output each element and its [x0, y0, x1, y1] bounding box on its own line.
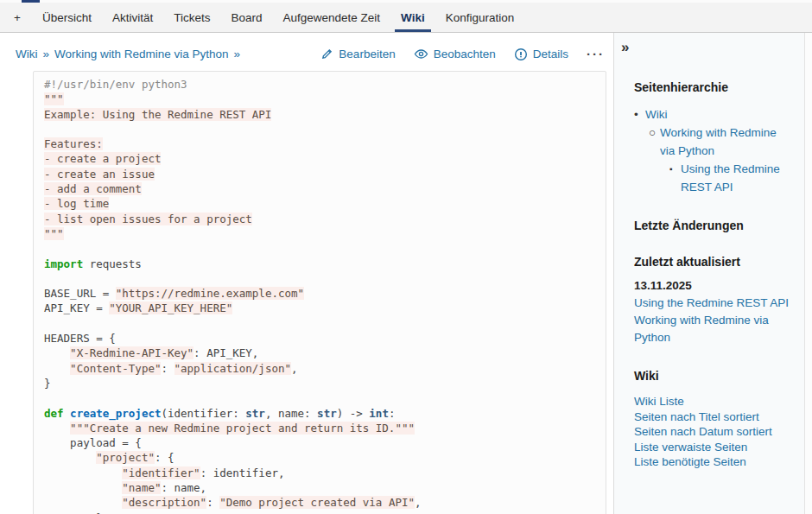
code-token: - list open issues for a project	[44, 213, 252, 225]
breadcrumb-link[interactable]: Working with Redmine via Python	[54, 48, 229, 60]
code-token: create_project	[70, 407, 161, 420]
code-line: "X-Redmine-API-Key": API_KEY,	[44, 346, 595, 360]
code-token: def	[44, 407, 64, 420]
code-line	[44, 122, 595, 136]
code-token: requests	[83, 257, 142, 270]
wiki-menu-link[interactable]: Wiki Liste	[634, 394, 794, 409]
code-token: ,	[415, 496, 422, 509]
code-line: - list open issues for a project	[44, 212, 595, 226]
recent-changes-title: Letzte Änderungen	[634, 219, 794, 232]
hierarchy-item: ○Working with Redmine via Python	[649, 124, 794, 160]
code-token: """	[44, 92, 64, 105]
code-line: def create_project(identifier: str, name…	[44, 406, 595, 421]
code-token: :	[206, 496, 219, 509]
code-token	[44, 346, 70, 359]
code-token: "Content-Type"	[70, 362, 161, 375]
code-token	[44, 422, 70, 435]
code-token: ) ->	[337, 407, 370, 420]
code-token: "identifier"	[122, 466, 200, 479]
code-token: payload = {	[44, 436, 142, 449]
top-tab[interactable]: Aktivität	[102, 3, 163, 32]
eye-icon	[414, 48, 428, 60]
code-token: : name,	[161, 481, 206, 494]
history-clock-icon	[514, 48, 528, 61]
details-button[interactable]: Details	[514, 48, 568, 61]
top-tab[interactable]: Board	[220, 3, 272, 32]
code-token: : {	[155, 451, 174, 464]
wiki-menu-link[interactable]: Liste verwaiste Seiten	[634, 440, 794, 455]
project-tab-bar: +ÜbersichtAktivitätTicketsBoardAufgewend…	[0, 3, 812, 33]
sidebar-collapse-icon[interactable]: »	[621, 40, 640, 55]
wiki-menu-link[interactable]: Liste benötigte Seiten	[634, 454, 794, 470]
code-line	[44, 390, 595, 405]
main-row: Wiki»Working with Redmine via Python» Be…	[0, 33, 812, 514]
hierarchy-title: Seitenhierarchie	[634, 80, 794, 94]
wiki-content-area: Wiki»Working with Redmine via Python» Be…	[0, 33, 613, 514]
top-tab[interactable]: +	[3, 3, 32, 32]
scrollbar-track[interactable]	[804, 33, 812, 514]
code-line: - create an issue	[44, 167, 595, 181]
code-token: """	[44, 227, 64, 240]
page-hierarchy-list: •Wiki○Working with Redmine via Python▪Us…	[634, 105, 794, 196]
breadcrumb-separator: »	[234, 48, 241, 60]
code-token: "YOUR_API_KEY_HERE"	[109, 301, 232, 314]
breadcrumb-separator: »	[43, 48, 50, 60]
last-updated-date: 13.11.2025	[634, 277, 794, 295]
bullet-icon: ○	[649, 124, 660, 160]
code-line: }	[44, 376, 595, 390]
hierarchy-item: •Wiki	[634, 105, 794, 124]
code-line: import requests	[44, 257, 595, 271]
code-token	[44, 481, 122, 494]
top-tab[interactable]: Aufgewendete Zeit	[272, 3, 390, 32]
code-token: : identifier,	[200, 466, 285, 479]
code-line: """Create a new Redmine project and retu…	[44, 421, 595, 435]
last-updated-page-link[interactable]: Using the Redmine REST API	[634, 295, 794, 312]
code-token: int	[369, 407, 389, 420]
code-token: API_KEY =	[44, 301, 109, 314]
more-actions-button[interactable]: ···	[587, 47, 605, 61]
pencil-icon	[320, 48, 333, 60]
top-tab[interactable]: Konfiguration	[435, 3, 525, 32]
code-token: "https://redmine.example.com"	[116, 287, 304, 300]
top-tab[interactable]: Übersicht	[32, 3, 102, 32]
breadcrumb-link[interactable]: Wiki	[16, 48, 38, 60]
code-token	[64, 407, 71, 420]
code-token: str	[245, 407, 265, 420]
code-line: #!/usr/bin/env python3	[44, 77, 595, 92]
wiki-menu-link[interactable]: Seiten nach Titel sortiert	[634, 409, 794, 425]
code-line: Example: Using the Redmine REST API	[44, 107, 595, 122]
edit-label: Bearbeiten	[339, 48, 395, 60]
code-token: - log time	[44, 197, 109, 210]
code-line: - log time	[44, 196, 595, 211]
top-tab[interactable]: Wiki	[390, 3, 435, 32]
code-token: """Create a new Redmine project and retu…	[70, 422, 415, 435]
code-token: "name"	[122, 481, 161, 494]
hierarchy-page-link[interactable]: Wiki	[645, 105, 668, 124]
code-token: "project"	[96, 451, 155, 464]
wiki-menu-link[interactable]: Seiten nach Datum sortiert	[634, 424, 794, 440]
last-updated-title: Zuletzt aktualisiert	[634, 255, 794, 269]
code-token: "X-Redmine-API-Key"	[70, 346, 193, 359]
code-line: payload = {	[44, 435, 595, 450]
last-updated-page-link[interactable]: Working with Redmine via Python	[634, 312, 794, 346]
bullet-icon: •	[634, 105, 645, 124]
watch-button[interactable]: Beobachten	[414, 48, 496, 60]
code-token: , name:	[265, 407, 317, 420]
code-line: Features:	[44, 136, 595, 151]
edit-button[interactable]: Bearbeiten	[320, 48, 395, 60]
page-actions: Bearbeiten Beobachten	[320, 47, 605, 61]
hierarchy-page-link[interactable]: Using the Redmine REST API	[681, 160, 794, 196]
code-token	[44, 466, 122, 479]
code-line: BASE_URL = "https://redmine.example.com"	[44, 286, 595, 301]
code-line	[44, 241, 595, 256]
code-token: import	[44, 257, 83, 270]
hierarchy-page-link[interactable]: Working with Redmine via Python	[660, 124, 794, 160]
code-line: - add a comment	[44, 181, 595, 196]
top-tab[interactable]: Tickets	[163, 3, 220, 32]
watch-label: Beobachten	[434, 48, 496, 60]
code-line	[44, 271, 595, 286]
bullet-icon: ▪	[669, 160, 681, 196]
code-token: (identifier:	[161, 407, 245, 420]
code-token: HEADERS = {	[44, 332, 116, 345]
right-sidebar: » Seitenhierarchie •Wiki○Working with Re…	[613, 33, 804, 514]
